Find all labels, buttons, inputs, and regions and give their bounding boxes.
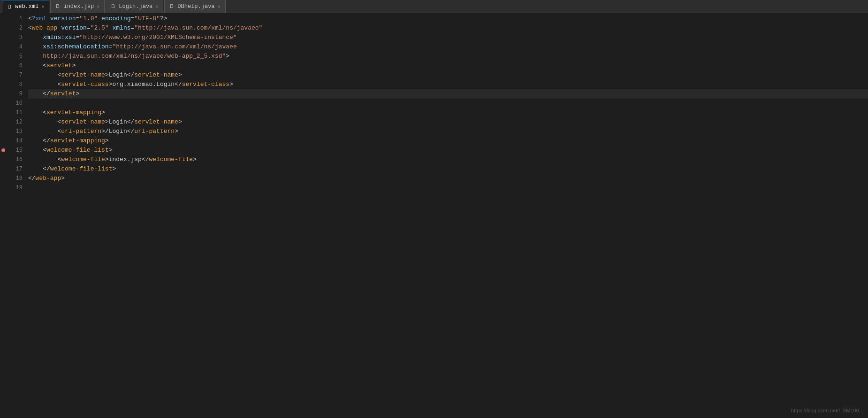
bracket-15a: < [43, 146, 46, 155]
val-version-2: "2.5" [91, 23, 109, 33]
attr-xsi-3: xmlns:xsi [43, 33, 76, 42]
attr-version-1: version [50, 14, 76, 23]
code-line-6: <servlet> [28, 61, 868, 70]
line-num-14: 14 [12, 136, 23, 146]
indent-11 [28, 108, 43, 117]
tab-login-java[interactable]: 🗋 Login.java ✕ [106, 0, 163, 13]
line-num-12: 12 [12, 117, 23, 127]
indent-16 [28, 155, 57, 164]
tab-close-dbhelp-java[interactable]: ✕ [218, 4, 221, 9]
tab-index-jsp[interactable]: 🗋 index.jsp ✕ [50, 0, 105, 13]
code-content[interactable]: <?xml version="1.0" encoding="UTF-8"?> <… [26, 13, 868, 418]
tab-close-web-xml[interactable]: ✕ [41, 4, 44, 9]
bracket-15b: > [109, 146, 113, 155]
indent-15 [28, 146, 43, 155]
line-num-7: 7 [12, 70, 23, 80]
tag-urlpattern-13: url-pattern [61, 127, 101, 136]
tag-servlet-6: servlet [46, 61, 72, 70]
tag-servletclass-close-8: servlet-class [182, 80, 229, 89]
tab-close-login-java[interactable]: ✕ [155, 4, 158, 9]
bracket-8a: < [57, 80, 61, 89]
java-file-icon-dbhelp: 🗋 [169, 3, 175, 9]
line-num-4: 4 [12, 42, 23, 52]
line-num-5: 5 [12, 52, 23, 61]
tag-urlpattern-close-13: url-pattern [134, 127, 175, 136]
bracket-9b: > [76, 89, 79, 99]
line-num-19: 19 [12, 183, 23, 193]
bracket-13d: > [175, 127, 178, 136]
eq-1a: = [76, 14, 79, 23]
val-welcomefile-16: index.jsp [109, 155, 142, 164]
space-1a [46, 14, 50, 23]
bracket-16c: </ [142, 155, 149, 164]
tab-bar: 🗋 web.xml ✕ 🗋 index.jsp ✕ 🗋 Login.java ✕… [0, 0, 868, 13]
indent-7 [28, 70, 57, 80]
breakpoint-gutter [0, 13, 7, 418]
bracket-16b: > [105, 155, 109, 164]
code-line-13: <url-pattern>/Login</url-pattern> [28, 127, 868, 136]
tag-webapp-2: web-app [32, 23, 58, 33]
marker-17 [0, 164, 7, 174]
code-line-2: <web-app version="2.5" xmlns="http://jav… [28, 23, 868, 33]
bracket-6b: > [72, 61, 76, 70]
code-line-1: <?xml version="1.0" encoding="UTF-8"?> [28, 14, 868, 23]
bracket-16d: > [193, 155, 197, 164]
bracket-17a: </ [43, 164, 50, 174]
bracket-1b: ?> [160, 14, 168, 23]
marker-13 [0, 127, 7, 136]
code-line-14: </servlet-mapping> [28, 136, 868, 146]
eq-3: = [76, 33, 79, 42]
bracket-13a: < [57, 127, 61, 136]
code-line-4: xsi:schemaLocation="http://java.sun.com/… [28, 42, 868, 52]
val-xsi-3: "http://www.w3.org/2001/XMLSchema-instan… [79, 33, 236, 42]
bracket-7c: </ [127, 70, 135, 80]
marker-12 [0, 117, 7, 127]
line-num-1: 1 [12, 14, 23, 23]
tab-dbhelp-java[interactable]: 🗋 DBhelp.java ✕ [164, 0, 225, 13]
bracket-16a: < [57, 155, 61, 164]
tab-close-index-jsp[interactable]: ✕ [97, 4, 99, 9]
indent-17 [28, 164, 43, 174]
marker-4 [0, 42, 7, 52]
bracket-7d: > [178, 70, 182, 80]
tag-servletclass-8: servlet-class [61, 80, 108, 89]
marker-15 [0, 146, 7, 155]
line-num-11: 11 [12, 108, 23, 117]
tag-servletname-12: servlet-name [61, 117, 105, 127]
line-num-8: 8 [12, 80, 23, 89]
line-num-18: 18 [12, 174, 23, 183]
val-servletclass-8: org.xiaomao.Login [112, 80, 175, 89]
line-num-6: 6 [12, 61, 23, 70]
indent-6 [28, 61, 43, 70]
bracket-8c: </ [175, 80, 182, 89]
marker-7 [0, 70, 7, 80]
marker-18 [0, 174, 7, 183]
val-schema-end-5: http://java.sun.com/xml/ns/javaee/web-ap… [43, 52, 226, 61]
val-servletname-12: Login [109, 117, 127, 127]
bracket-6a: < [43, 61, 46, 70]
bracket-1a: < [28, 14, 32, 23]
bracket-7b: > [105, 70, 109, 80]
tab-web-xml[interactable]: 🗋 web.xml ✕ [2, 0, 49, 13]
tag-servletmapping-11: servlet-mapping [46, 108, 101, 117]
code-line-16: <welcome-file>index.jsp</welcome-file> [28, 155, 868, 164]
line-number-gutter: 1 2 3 4 5 6 7 8 9 10 11 12 13 14 15 16 1… [7, 13, 26, 418]
indent-14 [28, 136, 43, 146]
code-line-5: http://java.sun.com/xml/ns/javaee/web-ap… [28, 52, 868, 61]
bracket-12b: > [105, 117, 109, 127]
watermark-text: https://blog.csdn.net/l_SM100... [791, 408, 863, 413]
empty-10 [28, 99, 32, 108]
tag-servletname-close-12: servlet-name [134, 117, 178, 127]
marker-8 [0, 80, 7, 89]
code-line-15: <welcome-file-list> [28, 146, 868, 155]
bracket-17b: > [112, 164, 116, 174]
code-line-7: <servlet-name>Login</servlet-name> [28, 70, 868, 80]
eq-2a: = [87, 23, 91, 33]
line-num-15: 15 [12, 146, 23, 155]
val-version-1: "1.0" [79, 14, 98, 23]
tab-label-index-jsp: index.jsp [63, 3, 94, 10]
bracket-11a: < [43, 108, 46, 117]
bracket-2a: < [28, 23, 32, 33]
bracket-13c: </ [127, 127, 135, 136]
tag-welcomefile-close-16: welcome-file [149, 155, 193, 164]
